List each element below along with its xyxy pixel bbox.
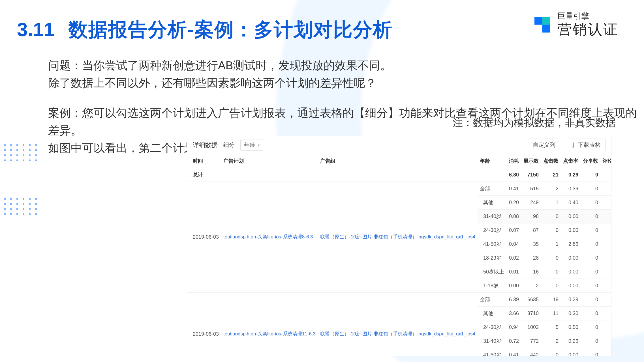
cell: 0 bbox=[541, 251, 561, 265]
cell: 0.26 bbox=[561, 334, 581, 348]
cell: 0 bbox=[581, 320, 600, 334]
cell: 0 bbox=[581, 293, 600, 307]
cell: 50岁以上 bbox=[478, 265, 506, 279]
cell: 2 bbox=[541, 182, 561, 196]
cell: toutiaodsp-liten-头条lite-ios-系统清理8-6.3 bbox=[221, 182, 318, 293]
cell: 0 bbox=[600, 334, 611, 348]
cell: 7150 bbox=[521, 168, 541, 182]
cell: 0 bbox=[600, 348, 611, 356]
cell: 0.29 bbox=[561, 168, 581, 182]
custom-columns-button[interactable]: 自定义列 bbox=[528, 139, 560, 151]
cell: 0 bbox=[600, 251, 611, 265]
cell: 0 bbox=[581, 223, 600, 237]
cell: 0.40 bbox=[561, 196, 581, 210]
cell: 0.72 bbox=[506, 334, 521, 348]
col-header: 评论数 bbox=[600, 154, 611, 168]
brand-logo: 巨量引擎 营销认证 bbox=[532, 11, 619, 38]
col-header: 广告计划 bbox=[221, 154, 318, 168]
cell: 0 bbox=[600, 210, 611, 223]
cell: 0 bbox=[600, 279, 611, 293]
download-button[interactable]: ⭳下载表格 bbox=[566, 139, 606, 151]
section-number: 3.11 bbox=[17, 18, 54, 40]
cell: 0.00 bbox=[561, 210, 581, 223]
cell: 0 bbox=[581, 196, 600, 210]
slide-title: 3.11 数据报告分析-案例：多计划对比分析 bbox=[17, 17, 393, 43]
cell: 0 bbox=[541, 265, 561, 279]
cell: 0.30 bbox=[561, 307, 581, 320]
cell: 1003 bbox=[521, 320, 541, 334]
cell: 0.00 bbox=[561, 251, 581, 265]
cell: 0.41 bbox=[506, 348, 521, 356]
cell: 联盟（原生）-10新-图片-非红包（手机清理）-ngsdk_dspn_lite_… bbox=[318, 293, 478, 356]
cell: 41-50岁 bbox=[478, 237, 506, 251]
cell: toutiaodsp-liten-头条lite-ios-系统清理11-6.3 bbox=[221, 293, 318, 356]
data-panel: 详细数据 细分 年龄 ▾ 自定义列 ⭳下载表格 时间广告计划广告组年龄消耗展示数… bbox=[187, 136, 611, 356]
cell: 2019-06-03 bbox=[187, 293, 221, 356]
cell: 0.00 bbox=[561, 279, 581, 293]
cell: 全部 bbox=[478, 293, 506, 307]
cell: 0 bbox=[541, 279, 561, 293]
brand-icon bbox=[532, 15, 552, 35]
download-icon: ⭳ bbox=[571, 142, 576, 148]
brand-line2: 营销认证 bbox=[557, 21, 619, 38]
cell: 0.04 bbox=[506, 237, 521, 251]
q-line2: 除了数据上不同以外，还有哪些因素影响这两个计划的差异性呢？ bbox=[48, 74, 644, 92]
data-note: 注：数据均为模拟数据，非真实数据 bbox=[453, 116, 616, 130]
cell: 0.00 bbox=[506, 279, 521, 293]
cell: 3710 bbox=[521, 307, 541, 320]
cell: 0.29 bbox=[561, 293, 581, 307]
data-table: 时间广告计划广告组年龄消耗展示数点击数点击率分享数评论数点赞数新增关注数主页访问… bbox=[187, 154, 611, 356]
cell: 0.00 bbox=[561, 348, 581, 356]
col-header: 消耗 bbox=[506, 154, 521, 168]
tab-detail[interactable]: 详细数据 bbox=[193, 140, 218, 150]
cell: 5 bbox=[541, 320, 561, 334]
cell: 35 bbox=[521, 237, 541, 251]
cell: 全部 bbox=[478, 182, 506, 196]
cell: 21 bbox=[541, 168, 561, 182]
cell: 总计 bbox=[187, 168, 506, 182]
cell: 0 bbox=[581, 265, 600, 279]
cell: 0 bbox=[581, 168, 600, 182]
decor-dots bbox=[4, 198, 38, 215]
cell: 0.20 bbox=[506, 196, 521, 210]
cell: 24-30岁 bbox=[478, 223, 506, 237]
cell: 其他 bbox=[478, 196, 506, 210]
panel-toolbar: 详细数据 细分 年龄 ▾ 自定义列 ⭳下载表格 bbox=[187, 136, 611, 154]
col-header: 展示数 bbox=[521, 154, 541, 168]
cell: 2 bbox=[521, 279, 541, 293]
cell: 0 bbox=[581, 210, 600, 223]
cell: 联盟（原生）-10新-图片-非红包（手机清理）-ngsdk_dspn_lite_… bbox=[318, 182, 478, 293]
section-title: 数据报告分析-案例：多计划对比分析 bbox=[69, 17, 393, 43]
table-row: 2019-06-03toutiaodsp-liten-头条lite-ios-系统… bbox=[187, 182, 611, 196]
col-header: 年龄 bbox=[478, 154, 506, 168]
decor-dots bbox=[4, 144, 38, 161]
cell: 0 bbox=[600, 168, 611, 182]
cell: 0.00 bbox=[561, 265, 581, 279]
col-header: 点击率 bbox=[561, 154, 581, 168]
cell: 1 bbox=[541, 196, 561, 210]
cell: 0 bbox=[541, 348, 561, 356]
cell: 41-50岁 bbox=[478, 348, 506, 356]
cell: 11 bbox=[541, 307, 561, 320]
cell: 0 bbox=[581, 348, 600, 356]
cell: 0 bbox=[600, 320, 611, 334]
cell: 6.39 bbox=[506, 293, 521, 307]
cell: 19 bbox=[541, 293, 561, 307]
cell: 0 bbox=[600, 182, 611, 196]
cell: 其他 bbox=[478, 307, 506, 320]
cell: 6.80 bbox=[506, 168, 521, 182]
cell: 28 bbox=[521, 251, 541, 265]
cell: 0 bbox=[600, 265, 611, 279]
cell: 24-30岁 bbox=[478, 320, 506, 334]
cell: 0 bbox=[600, 293, 611, 307]
cell: 1-18岁 bbox=[478, 279, 506, 293]
segment-select[interactable]: 年龄 ▾ bbox=[240, 139, 263, 151]
cell: 0.01 bbox=[506, 265, 521, 279]
cell: 0.41 bbox=[506, 182, 521, 196]
brand-line1: 巨量引擎 bbox=[557, 11, 619, 21]
cell: 0 bbox=[600, 307, 611, 320]
cell: 6635 bbox=[521, 293, 541, 307]
cell: 0.02 bbox=[506, 251, 521, 265]
cell: 0.08 bbox=[506, 210, 521, 223]
col-header: 点击数 bbox=[541, 154, 561, 168]
